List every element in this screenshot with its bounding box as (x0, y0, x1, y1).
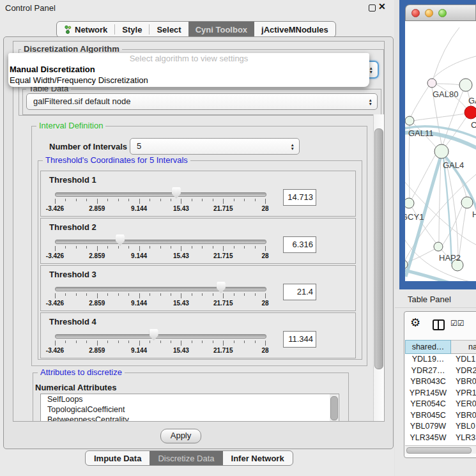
slider-tick (128, 246, 129, 249)
threshold-value-field[interactable]: 6.316 (283, 236, 316, 253)
table-row[interactable]: YIL052CYIL0 (405, 443, 476, 445)
thresholds-group-title: Threshold's Coordinates for 5 Intervals (43, 155, 190, 165)
cell-name[interactable]: YBL0 (451, 421, 475, 433)
columns-icon[interactable] (433, 319, 445, 330)
cell-name[interactable]: YER0 (451, 399, 476, 410)
slider-thumb[interactable] (172, 187, 181, 199)
column-header-shared-name[interactable]: shared… (405, 340, 451, 354)
table-row[interactable]: YDL19…YDL1 (405, 354, 476, 365)
cell-shared-name[interactable]: YBR045C (405, 410, 451, 422)
table-row[interactable]: YLR345WYLR3 (405, 433, 476, 444)
bottom-tab-bar: Impute DataDiscretize DataInfer Network (85, 450, 293, 466)
table-row[interactable]: YDR27…YDR2 (405, 365, 476, 377)
table-data-value: galFiltered.sif default node (33, 96, 130, 106)
list-scrollbar-thumb[interactable] (330, 396, 338, 420)
slider-track[interactable] (55, 192, 266, 197)
slider-track[interactable] (55, 287, 266, 291)
slider-tick (160, 293, 161, 296)
cell-shared-name[interactable]: YBR043C (405, 376, 451, 388)
cell-name[interactable]: YBR0 (451, 376, 476, 388)
gear-icon[interactable]: ⚙ (410, 316, 420, 330)
table-header-row: shared… na (405, 340, 476, 354)
list-item[interactable]: SelfLoops (41, 394, 339, 404)
tick-label: 9.144 (121, 347, 157, 354)
bottom-tab-infer-network[interactable]: Infer Network (223, 451, 293, 465)
vertical-scrollbar-thumb[interactable] (374, 128, 383, 369)
node-right-mid[interactable] (461, 197, 473, 208)
cell-shared-name[interactable]: YIL052C (405, 443, 451, 445)
table-row[interactable]: YBR043CYBR0 (405, 376, 476, 388)
tab-cyni-toolbox[interactable]: Cyni Toolbox (188, 22, 254, 37)
zoom-traffic-light-icon[interactable] (438, 9, 447, 17)
tab-network[interactable]: Network (57, 22, 114, 37)
select-columns-icons[interactable]: ☑☑ (450, 319, 464, 328)
close-traffic-light-icon[interactable] (411, 9, 420, 17)
cell-name[interactable]: YDR2 (451, 365, 476, 377)
tick-label: 15.43 (163, 347, 199, 354)
slider-track[interactable] (55, 240, 266, 244)
tick-label: 2.859 (79, 347, 115, 354)
cell-shared-name[interactable]: YDR27… (405, 365, 451, 377)
tab-jactivemnodules[interactable]: jActiveMNodules (254, 22, 335, 37)
apply-button[interactable]: Apply (160, 429, 201, 443)
slider-track[interactable] (55, 334, 266, 339)
cell-name[interactable]: YBR0 (451, 410, 476, 422)
table-row[interactable]: YPR145WYPR1 (405, 388, 476, 399)
list-item[interactable]: TopologicalCoefficient (41, 404, 339, 415)
slider-tick (55, 341, 56, 346)
minimize-traffic-light-icon[interactable] (425, 9, 433, 17)
cell-name[interactable]: YPR1 (451, 388, 476, 399)
cell-shared-name[interactable]: YBL079W (405, 421, 451, 433)
slider-tick (65, 199, 66, 201)
list-item[interactable]: BetweennessCentrality (41, 415, 339, 422)
slider-tick (139, 341, 140, 346)
cell-shared-name[interactable]: YER054C (405, 399, 451, 410)
number-of-intervals-combobox[interactable]: 5 ▲▼ (130, 138, 300, 155)
slider-thumb[interactable] (217, 282, 226, 293)
network-canvas[interactable]: GAL80 GAL11 GAL4 GCY1 HAP2 GA C H (405, 21, 476, 281)
slider-thumb[interactable] (150, 329, 158, 341)
network-window-titlebar[interactable] (405, 4, 476, 21)
horizontal-scrollbar-thumb[interactable] (406, 447, 472, 454)
cell-shared-name[interactable]: YPR145W (405, 388, 451, 399)
slider-tick (213, 293, 213, 296)
node-gal4[interactable] (434, 144, 449, 158)
slider-tick (160, 199, 161, 201)
slider-thumb[interactable] (116, 234, 125, 246)
cell-name[interactable]: YIL0 (451, 443, 472, 445)
node-hap2[interactable] (434, 242, 443, 251)
table-panel-header: Table Panel (395, 289, 476, 308)
threshold-value-field[interactable]: 11.344 (283, 331, 316, 348)
combo-arrows-icon: ▲▼ (369, 98, 372, 105)
node-gcy1[interactable] (405, 198, 414, 208)
float-window-icon[interactable] (369, 4, 376, 12)
close-icon[interactable]: ✕ (378, 1, 386, 12)
slider-tick (150, 341, 150, 343)
cell-shared-name[interactable]: YLR345W (405, 433, 451, 444)
node-gal80[interactable] (427, 79, 436, 88)
slider-tick (86, 293, 87, 296)
table-row[interactable]: YBL079WYBL0 (405, 421, 476, 433)
threshold-value-field[interactable]: 21.4 (283, 284, 316, 300)
cell-shared-name[interactable]: YDL19… (405, 354, 451, 365)
column-header-name[interactable]: na (451, 340, 476, 354)
node-gal11[interactable] (405, 116, 414, 125)
node-red-selected[interactable] (464, 106, 476, 119)
tab-select[interactable]: Select (150, 22, 188, 37)
node-top-right[interactable] (459, 79, 472, 91)
horizontal-scrollbar[interactable] (405, 445, 476, 454)
tick-label: 2.859 (79, 300, 115, 307)
dropdown-option-manual-discretization[interactable]: Manual Discretization (8, 64, 369, 75)
table-data-combobox[interactable]: galFiltered.sif default node ▲▼ (26, 93, 378, 110)
table-row[interactable]: YER054CYER0 (405, 399, 476, 410)
threshold-value-field[interactable]: 14.713 (283, 189, 316, 206)
tab-style[interactable]: Style (115, 22, 149, 37)
bottom-tab-impute-data[interactable]: Impute Data (86, 451, 150, 465)
cell-name[interactable]: YLR3 (451, 433, 475, 444)
dropdown-option-equal-width-frequency[interactable]: Equal Width/Frequency Discretization (8, 75, 369, 86)
table-row[interactable]: YBR045CYBR0 (405, 410, 476, 422)
tick-label: 9.144 (121, 252, 157, 259)
bottom-tab-discretize-data[interactable]: Discretize Data (150, 451, 222, 465)
cell-name[interactable]: YDL1 (451, 354, 475, 365)
list-scrollbar[interactable] (330, 394, 338, 422)
